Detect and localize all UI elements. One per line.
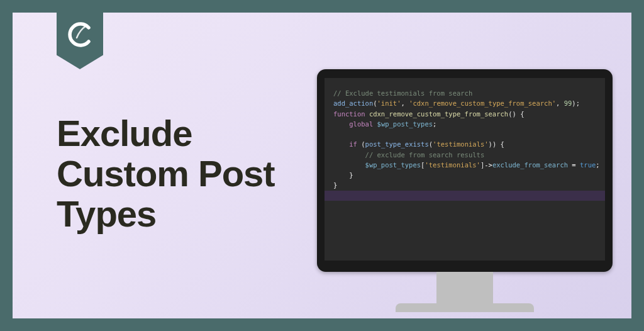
monitor-illustration: // Exclude testimonials from search add_…: [317, 69, 613, 312]
code-line: $wp_post_types['testimonials']->exclude_…: [333, 160, 599, 170]
code-comment: // Exclude testimonials from search: [333, 88, 599, 98]
code-line: }: [333, 170, 599, 180]
code-line: function cdxn_remove_custom_type_from_se…: [333, 109, 599, 119]
monitor-base: [396, 303, 534, 312]
code-line: global $wp_post_types;: [333, 119, 599, 129]
cursor-line: [325, 191, 605, 201]
code-comment: // exclude from search results: [333, 150, 599, 160]
code-blank: [333, 129, 599, 139]
hero-card: Exclude Custom Post Types // Exclude tes…: [13, 13, 631, 318]
code-screen: // Exclude testimonials from search add_…: [325, 78, 605, 261]
brand-badge: [57, 13, 103, 69]
code-line: add_action('init', 'cdxn_remove_custom_t…: [333, 98, 599, 108]
monitor-frame: // Exclude testimonials from search add_…: [317, 69, 613, 272]
logo-c-icon: [64, 19, 96, 53]
monitor-stand: [436, 272, 493, 303]
code-line: }: [333, 180, 599, 190]
code-line: if (post_type_exists('testimonials')) {: [333, 139, 599, 149]
page-title: Exclude Custom Post Types: [57, 113, 296, 233]
